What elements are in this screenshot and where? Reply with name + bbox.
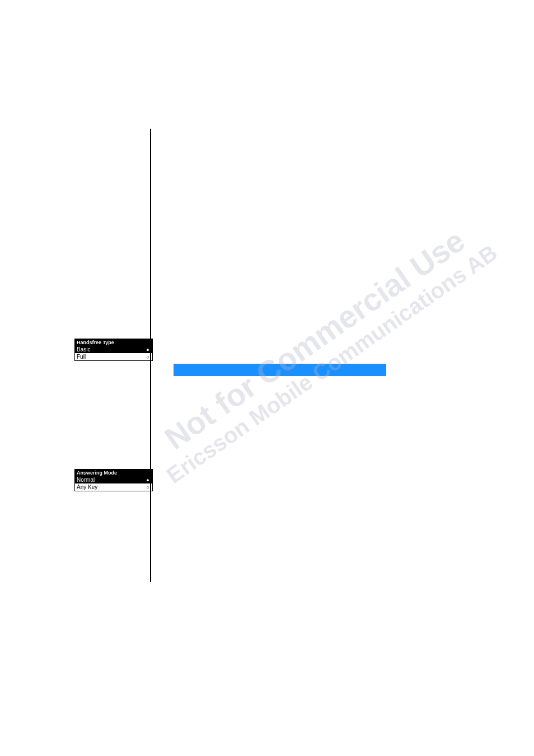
answering-mode-title: Answering Mode [75,469,152,476]
watermark-overlay: Not for Commercial Use Ericsson Mobile C… [140,140,504,560]
handsfree-basic-label: Basic [77,346,90,353]
answering-anykey-label: Any Key [77,484,97,490]
handsfree-basic-radio[interactable]: ● [145,347,151,353]
watermark-line1: Not for Commercial Use [142,212,488,468]
answering-anykey-radio[interactable]: ○ [145,485,151,490]
handsfree-type-title: Handsfree Type [75,339,152,346]
answering-mode-widget: Answering Mode Normal ● Any Key ○ [74,469,153,491]
watermark-text: Not for Commercial Use Ericsson Mobile C… [142,212,502,488]
handsfree-type-widget: Handsfree Type Basic ● Full ○ [74,339,153,361]
answering-normal-radio[interactable]: ● [145,477,151,483]
answering-anykey-option[interactable]: Any Key ○ [75,483,152,491]
handsfree-full-label: Full [77,354,86,360]
blue-progress-bar [174,364,386,376]
answering-normal-option[interactable]: Normal ● [75,476,152,483]
answering-normal-label: Normal [77,477,95,483]
handsfree-basic-option[interactable]: Basic ● [75,346,152,353]
handsfree-full-radio[interactable]: ○ [145,354,151,360]
handsfree-full-option[interactable]: Full ○ [75,353,152,360]
